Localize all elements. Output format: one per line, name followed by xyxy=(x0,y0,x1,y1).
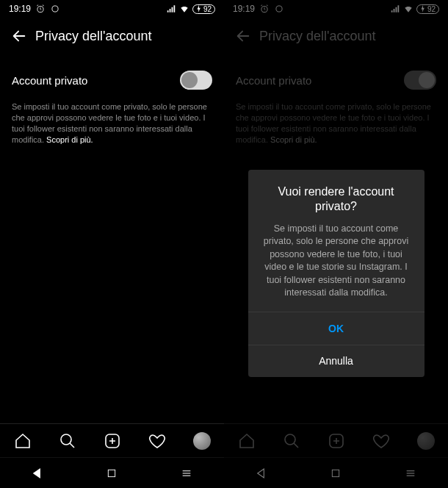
page-header: Privacy dell'account xyxy=(224,18,448,54)
wifi-icon xyxy=(179,4,189,14)
ring-icon xyxy=(50,4,60,14)
nav-home[interactable] xyxy=(90,462,134,485)
android-nav-bar xyxy=(224,457,448,488)
nav-back[interactable] xyxy=(15,462,59,485)
screen-left: 19:19 92 Privacy dell'account Account pr… xyxy=(0,0,224,488)
avatar-icon xyxy=(193,432,211,450)
svg-point-7 xyxy=(285,434,295,445)
screen-right: 19:19 92 Privacy dell'account Account pr… xyxy=(224,0,448,488)
ring-icon xyxy=(274,4,284,14)
tab-profile[interactable] xyxy=(403,424,448,457)
private-account-description: Se imposti il tuo account come privato, … xyxy=(12,101,212,145)
page-header: Privacy dell'account xyxy=(0,18,224,54)
battery-indicator: 92 xyxy=(416,4,439,14)
tab-search[interactable] xyxy=(45,424,90,457)
private-account-toggle[interactable] xyxy=(404,71,436,90)
battery-indicator: 92 xyxy=(192,4,215,14)
status-bar: 19:19 92 xyxy=(224,0,448,18)
signal-icon xyxy=(166,4,176,14)
dialog-body-text: Se imposti il tuo account come privato, … xyxy=(261,223,411,300)
svg-rect-9 xyxy=(333,470,339,476)
content-area: Account privato Se imposti il tuo accoun… xyxy=(0,54,224,423)
private-account-row: Account privato xyxy=(236,63,436,97)
status-bar: 19:19 92 xyxy=(0,0,224,18)
alarm-icon xyxy=(35,4,46,14)
svg-point-6 xyxy=(276,6,282,12)
page-title: Privacy dell'account xyxy=(35,29,152,44)
svg-point-2 xyxy=(61,434,71,445)
status-time: 19:19 xyxy=(233,4,255,14)
page-title: Privacy dell'account xyxy=(259,29,376,44)
back-button[interactable] xyxy=(6,23,32,49)
tab-create[interactable] xyxy=(314,424,358,457)
alarm-icon xyxy=(259,4,270,14)
private-account-label: Account privato xyxy=(236,74,311,87)
avatar-icon xyxy=(417,432,435,450)
learn-more-link[interactable]: Scopri di più. xyxy=(270,135,317,144)
wifi-icon xyxy=(403,4,413,14)
bottom-tab-bar xyxy=(0,423,224,457)
private-account-toggle[interactable] xyxy=(180,71,212,90)
dialog-ok-button[interactable]: OK xyxy=(248,312,424,345)
back-button[interactable] xyxy=(230,23,256,49)
dialog-cancel-button[interactable]: Annulla xyxy=(248,345,424,377)
tab-search[interactable] xyxy=(269,424,314,457)
android-nav-bar xyxy=(0,457,224,488)
svg-point-1 xyxy=(52,6,58,12)
svg-rect-4 xyxy=(109,470,115,476)
tab-activity[interactable] xyxy=(358,424,403,457)
tab-home[interactable] xyxy=(224,424,269,457)
bottom-tab-bar xyxy=(224,423,448,457)
signal-icon xyxy=(390,4,400,14)
tab-create[interactable] xyxy=(90,424,134,457)
tab-profile[interactable] xyxy=(179,424,224,457)
nav-back[interactable] xyxy=(239,462,283,485)
nav-home[interactable] xyxy=(314,462,358,485)
nav-recent[interactable] xyxy=(389,462,433,485)
private-account-description: Se imposti il tuo account come privato, … xyxy=(236,101,436,145)
confirm-dialog: Vuoi rendere l'account privato? Se impos… xyxy=(248,170,424,377)
status-time: 19:19 xyxy=(9,4,31,14)
learn-more-link[interactable]: Scopri di più. xyxy=(46,135,93,144)
dialog-title: Vuoi rendere l'account privato? xyxy=(261,184,411,214)
nav-recent[interactable] xyxy=(165,462,209,485)
tab-home[interactable] xyxy=(0,424,45,457)
private-account-row: Account privato xyxy=(12,63,212,97)
tab-activity[interactable] xyxy=(134,424,179,457)
private-account-label: Account privato xyxy=(12,74,87,87)
